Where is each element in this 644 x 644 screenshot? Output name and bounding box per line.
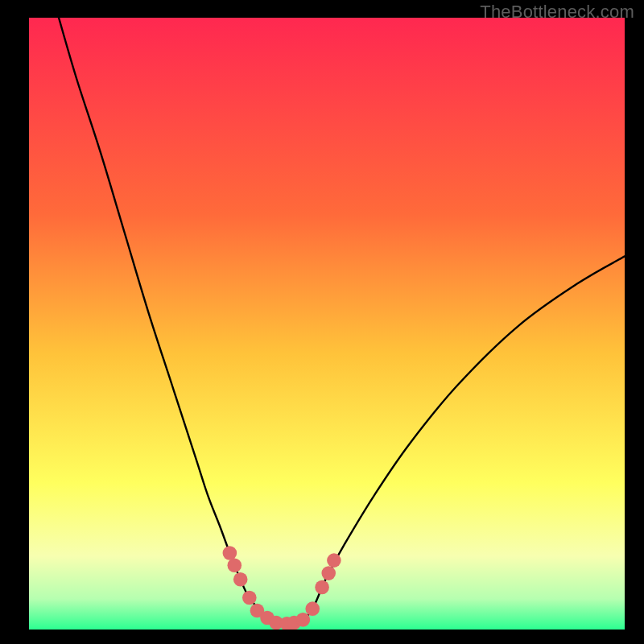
chart-frame: TheBottleneck.com: [0, 0, 644, 644]
marker-dot: [223, 546, 237, 560]
marker-dot: [242, 591, 257, 605]
marker-dot: [233, 572, 248, 587]
marker-dot: [327, 553, 341, 568]
marker-dot: [228, 558, 242, 572]
marker-dot: [321, 566, 336, 580]
watermark-text: TheBottleneck.com: [480, 2, 634, 23]
marker-dot: [296, 613, 311, 627]
bottleneck-plot: [29, 18, 625, 630]
marker-dot: [315, 580, 329, 595]
plot-bg: [29, 18, 625, 630]
marker-dot: [305, 601, 320, 616]
